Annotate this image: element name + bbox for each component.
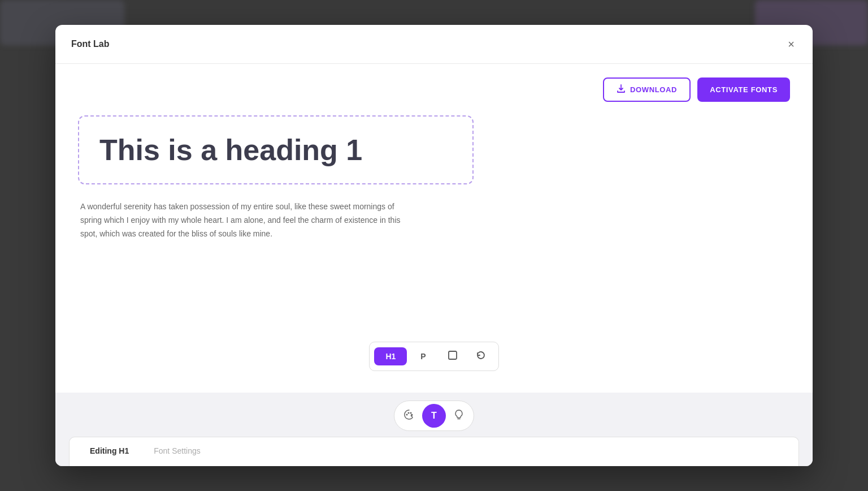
svg-rect-0	[449, 351, 457, 359]
lightbulb-icon	[453, 409, 465, 423]
font-lab-modal: Font Lab × DOWNLOAD	[55, 25, 813, 466]
modal-body: DOWNLOAD ACTIVATE FONTS This is a headin…	[55, 64, 813, 466]
heading-preview-text: This is a heading 1	[99, 132, 452, 167]
bottom-panel: T Editing H1 Font Settings	[55, 393, 813, 466]
download-label: DOWNLOAD	[630, 85, 677, 94]
tab-font-settings[interactable]: Font Settings	[149, 437, 205, 466]
refresh-icon	[476, 350, 486, 363]
style-selector-inner: H1 P	[369, 342, 498, 371]
square-icon	[448, 350, 458, 363]
modal-title: Font Lab	[71, 39, 110, 49]
close-button[interactable]: ×	[785, 36, 797, 52]
palette-icon	[403, 409, 415, 423]
tab-editing-h1[interactable]: Editing H1	[85, 437, 133, 466]
style-selector: H1 P	[78, 342, 790, 371]
editing-tabs: Editing H1 Font Settings	[69, 437, 799, 466]
download-icon	[617, 84, 626, 95]
svg-point-1	[406, 414, 408, 415]
style-button-p[interactable]: P	[409, 347, 437, 365]
style-button-h1[interactable]: H1	[374, 347, 407, 365]
activate-label: ACTIVATE FONTS	[710, 85, 778, 94]
style-button-square[interactable]	[440, 346, 466, 367]
svg-point-2	[408, 412, 410, 414]
preview-toolbar: DOWNLOAD ACTIVATE FONTS	[78, 77, 790, 102]
activate-fonts-button[interactable]: ACTIVATE FONTS	[697, 77, 790, 102]
text-tool-icon: T	[431, 411, 437, 421]
modal-header: Font Lab ×	[55, 25, 813, 64]
body-preview-text: A wonderful serenity has taken possessio…	[80, 200, 408, 240]
download-button[interactable]: DOWNLOAD	[603, 77, 691, 102]
svg-point-3	[410, 412, 412, 414]
text-tool-button[interactable]: T	[422, 404, 446, 428]
tool-selector: T	[394, 400, 474, 431]
heading-preview-box: This is a heading 1	[78, 115, 474, 184]
style-button-refresh[interactable]	[468, 346, 494, 367]
idea-tool-button[interactable]	[447, 404, 471, 428]
preview-section: DOWNLOAD ACTIVATE FONTS This is a headin…	[55, 64, 813, 393]
palette-tool-button[interactable]	[397, 404, 421, 428]
